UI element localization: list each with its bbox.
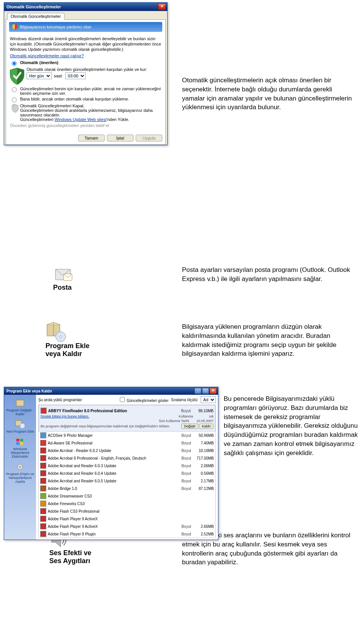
item-name: ACDSee 9 Photo Manager (48, 433, 174, 438)
show-updates-checkbox[interactable]: Güncelleştirmeleri göster (120, 397, 168, 403)
list-item[interactable]: Adobe Acrobat 8 Professional - English, … (39, 454, 215, 462)
option-off[interactable]: Otomatik Güncelleştirmeleri Kapat. Günce… (10, 104, 162, 122)
how-it-works-link[interactable]: Otomatik güncelleştirmeler nasıl çalışır… (10, 53, 84, 58)
windows-icon (15, 437, 25, 446)
item-name: Adobe Acrobat and Reader 6.0.4 Update (48, 471, 174, 476)
list-item[interactable]: ACDSee 9 Photo ManagerBoyut50.96MB (39, 432, 215, 439)
list-item[interactable]: Ad-Aware SE ProfessionalBoyut7.40MB (39, 439, 215, 447)
option-automatic[interactable]: Otomatik (önerilen) (10, 60, 162, 66)
list-item[interactable]: Adobe Acrobat and Reader 6.0.3 UpdateBoy… (39, 462, 215, 469)
box-cd-icon (15, 420, 25, 429)
item-name: Adobe Acrobat - Reader 6.0.2 Update (48, 449, 174, 453)
list-item[interactable]: Adobe Acrobat and Reader 6.0.5 UpdateBoy… (39, 477, 215, 485)
radio-download-only[interactable] (12, 87, 17, 92)
close-icon[interactable]: ✕ (158, 3, 166, 10)
app-icon (40, 440, 46, 446)
apply-button[interactable]: Uygula (136, 135, 162, 141)
option-off-desc: Güncelleştirmeleri düzenli aralıklarla y… (20, 108, 162, 117)
app-icon (41, 408, 47, 414)
app-icon (40, 455, 46, 461)
posta-block: Posta (53, 265, 74, 292)
addremove-block: Program Ekle veya Kaldır (46, 322, 89, 358)
radio-automatic[interactable] (12, 61, 17, 66)
list-item[interactable]: Adobe Acrobat and Reader 6.0.4 UpdateBoy… (39, 469, 215, 477)
item-name: Adobe Flash Player 9 Plugin (48, 532, 174, 536)
dialog-titlebar[interactable]: Otomatik Güncelleştirmeler ✕ (4, 3, 167, 11)
list-item[interactable]: Adobe Fireworks CS3 (39, 500, 215, 507)
item-name: Adobe Acrobat 8 Professional - English, … (48, 456, 174, 460)
box-icon (15, 399, 25, 408)
list-item[interactable]: Adobe Flash Player 9 PluginBoyut2.52MB (39, 530, 215, 538)
list-item[interactable]: Adobe Flash Player 9 ActiveXBoyut2.66MB (39, 523, 215, 530)
paragraph-4: Bu pencerede Bilgisayarımızdaki yüklü pr… (224, 394, 360, 458)
arp-sidebar: Program Değiştir - Kaldır Yeni Program E… (4, 395, 36, 540)
shield-icon (12, 24, 17, 30)
item-name: Adobe Flash Player 9 ActiveX (48, 524, 174, 529)
sort-label: Sıralama ölçütü: (171, 398, 198, 402)
list-item-selected[interactable]: ABBYY FineReader 8.0 Professional Editio… (39, 405, 215, 432)
intro-text: Windows düzenli olarak önemli güncelleşt… (10, 36, 162, 52)
minimize-icon[interactable]: _ (195, 388, 201, 394)
arp-list[interactable]: ABBYY FineReader 8.0 Professional Editio… (38, 405, 216, 538)
sidebar-item-change-remove[interactable]: Program Değiştir - Kaldır (5, 399, 35, 416)
arp-titlebar[interactable]: Program Ekle veya Kaldır _ □ ✕ (4, 387, 218, 395)
tab-strip: Otomatik Güncelleştirmeler Bilgisayarını… (4, 11, 167, 145)
svg-point-13 (19, 466, 21, 468)
support-link[interactable]: Destek bilgisi için burayı tıklatın. (41, 414, 89, 418)
sound-label-1: Ses Efekti ve (49, 549, 91, 557)
dialog-body: Windows düzenli olarak önemli güncelleşt… (6, 33, 165, 133)
sidebar-item-windows-components[interactable]: Windows Bileşenlerini Ekle/Kaldır (5, 437, 35, 458)
item-name: Adobe Fireworks CS3 (48, 502, 214, 506)
reoffer-hidden-link: Önceden gizlenmiş güncelleştirmeleri yen… (10, 123, 162, 129)
change-button[interactable]: Değiştir (181, 424, 198, 429)
cancel-button[interactable]: İptal (107, 135, 133, 141)
tab-auto-updates[interactable]: Otomatik Güncelleştirmeler (7, 13, 64, 20)
option-notify[interactable]: Bana bildir, ancak onları otomatik olara… (10, 97, 162, 102)
sidebar-item-defaults[interactable]: Program Erişim ve Varsayılanlarını Ayarl… (5, 462, 35, 483)
option-automatic-label: Otomatik (önerilen) (20, 60, 58, 65)
app-icon (40, 463, 46, 469)
item-name: Adobe Flash CS3 Professional (48, 509, 214, 513)
installed-label: Şu anda yüklü programlar: (38, 398, 83, 402)
posta-label: Posta (53, 284, 74, 292)
banner: Bilgisayarınızı korumaya yardımcı olun (9, 22, 162, 32)
item-name: Ad-Aware SE Professional (48, 441, 174, 445)
frequency-select[interactable]: Her gün (27, 72, 52, 79)
arp-toolbar: Şu anda yüklü programlar: Güncelleştirme… (38, 396, 216, 403)
time-select[interactable]: 03:00 (65, 72, 86, 79)
app-icon (40, 531, 46, 537)
svg-rect-5 (16, 400, 24, 406)
maximize-icon[interactable]: □ (202, 388, 209, 394)
option-off-label: Otomatik Güncelleştirmeleri Kapat. (20, 104, 85, 108)
addremove-label-2: veya Kaldır (46, 350, 89, 358)
ok-button[interactable]: Tamam (78, 135, 105, 141)
list-item[interactable]: Adobe Flash Player 9 ActiveX (39, 515, 215, 523)
svg-point-4 (60, 336, 62, 338)
list-item[interactable]: Adobe Flash CS3 Professional (39, 507, 215, 515)
option-download-only[interactable]: Güncelleştirmeleri benim için karşıdan y… (10, 86, 162, 96)
app-icon (40, 516, 46, 522)
close-icon[interactable]: ✕ (210, 388, 217, 394)
remove-button[interactable]: Kaldır (199, 424, 213, 429)
radio-notify[interactable] (12, 97, 17, 102)
sidebar-item-add-new[interactable]: Yeni Program Ekle (5, 420, 35, 433)
svg-rect-10 (16, 442, 19, 445)
list-item[interactable]: Adobe Bridge 1.0Boyut87.12MB (39, 485, 215, 492)
sound-label-2: Ses Aygıtları (49, 557, 91, 565)
tab-panel: Bilgisayarınızı korumaya yardımcı olun W… (6, 19, 166, 145)
svg-point-7 (20, 423, 25, 429)
dialog-title: Otomatik Güncelleştirmeler (6, 5, 158, 9)
app-icon (40, 501, 46, 507)
shield-check-icon (10, 68, 24, 85)
windows-update-link[interactable]: Windows Update Web sitesi (55, 117, 107, 122)
svg-rect-9 (20, 439, 23, 441)
box-cd-icon (46, 322, 67, 342)
app-icon (40, 432, 46, 438)
option-download-only-label: Güncelleştirmeleri benim için karşıdan y… (20, 86, 162, 96)
svg-rect-11 (20, 442, 23, 445)
svg-rect-8 (16, 439, 19, 441)
sort-select[interactable]: Ad (201, 396, 216, 403)
list-item[interactable]: Adobe Acrobat - Reader 6.0.2 UpdateBoyut… (39, 447, 215, 454)
paragraph-2: Posta ayarları varsayılan posta programı… (182, 265, 353, 284)
list-item[interactable]: Adobe Dreamweaver CS3 (39, 492, 215, 500)
